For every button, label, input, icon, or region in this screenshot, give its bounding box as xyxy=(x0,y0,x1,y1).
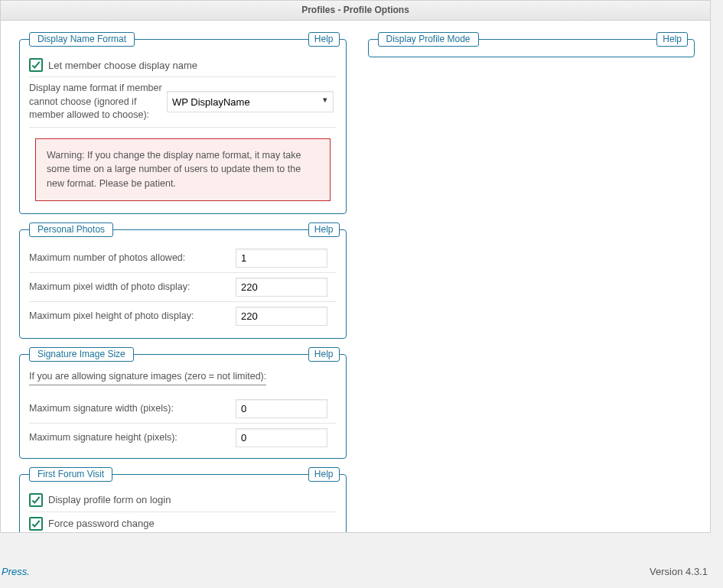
sig-width-input[interactable] xyxy=(236,399,327,418)
max-photos-input[interactable] xyxy=(236,249,327,268)
max-height-row: Maximum pixel height of photo display: xyxy=(29,302,337,330)
panel-display-name-format: Display Name Format Help Let member choo… xyxy=(19,39,347,214)
force-password-change-checkbox[interactable] xyxy=(29,517,43,531)
panel-first-forum-visit: First Forum Visit Help Display profile f… xyxy=(19,474,347,533)
signature-intro: If you are allowing signature images (ze… xyxy=(29,371,266,385)
force-password-change-label: Force password change xyxy=(48,518,155,529)
display-profile-form-checkbox[interactable] xyxy=(29,493,43,507)
page-title: Profiles - Profile Options xyxy=(1,1,710,21)
panel-legend: Signature Image Size xyxy=(29,347,134,362)
panel-signature-image-size: Signature Image Size Help If you are all… xyxy=(19,354,347,459)
panel-display-profile-mode: Display Profile Mode Help xyxy=(368,39,695,57)
max-photos-row: Maximum number of photos allowed: xyxy=(29,244,337,273)
help-button[interactable]: Help xyxy=(656,32,688,47)
max-height-input[interactable] xyxy=(236,307,327,326)
display-profile-form-label: Display profile form on login xyxy=(48,494,171,505)
help-button[interactable]: Help xyxy=(308,467,340,482)
max-height-label: Maximum pixel height of photo display: xyxy=(29,310,236,323)
row-control xyxy=(236,278,337,297)
select-wrap: WP DisplayName xyxy=(167,91,334,112)
row-control xyxy=(236,249,337,268)
display-profile-form-row: Display profile form on login xyxy=(29,489,337,512)
sig-width-row: Maximum signature width (pixels): xyxy=(29,395,337,424)
let-member-choose-checkbox[interactable] xyxy=(29,58,43,72)
max-photos-label: Maximum number of photos allowed: xyxy=(29,252,236,265)
max-width-row: Maximum pixel width of photo display: xyxy=(29,273,337,302)
sig-height-label: Maximum signature height (pixels): xyxy=(29,431,236,445)
press-link[interactable]: Press. xyxy=(2,566,30,577)
page-footer: Press. Version 4.3.1 xyxy=(0,557,723,588)
sig-height-input[interactable] xyxy=(236,428,327,447)
signature-intro-wrap: If you are allowing signature images (ze… xyxy=(29,369,337,395)
display-name-format-control: WP DisplayName xyxy=(167,91,337,112)
display-name-warning: Warning: If you change the display name … xyxy=(35,138,331,201)
panel-legend: Personal Photos xyxy=(29,223,113,237)
let-member-choose-label: Let member choose display name xyxy=(48,60,197,71)
check-icon xyxy=(31,495,41,505)
settings-page: Profiles - Profile Options Display Name … xyxy=(0,0,711,533)
max-width-label: Maximum pixel width of photo display: xyxy=(29,281,236,294)
display-name-format-label: Display name format if member cannot cho… xyxy=(29,82,167,122)
help-button[interactable]: Help xyxy=(308,32,340,47)
force-password-change-row: Force password change xyxy=(29,512,337,533)
max-width-input[interactable] xyxy=(236,278,327,297)
display-name-format-select[interactable]: WP DisplayName xyxy=(167,91,334,112)
help-button[interactable]: Help xyxy=(308,223,340,237)
panel-legend: Display Name Format xyxy=(29,32,135,47)
sig-height-row: Maximum signature height (pixels): xyxy=(29,424,337,452)
row-control xyxy=(236,399,337,418)
columns: Display Name Format Help Let member choo… xyxy=(1,21,710,533)
panel-personal-photos: Personal Photos Help Maximum number of p… xyxy=(19,229,347,339)
column-left: Display Name Format Help Let member choo… xyxy=(19,39,347,533)
check-icon xyxy=(31,60,41,70)
version-text: Version 4.3.1 xyxy=(650,566,708,577)
sig-width-label: Maximum signature width (pixels): xyxy=(29,402,236,416)
panel-legend: First Forum Visit xyxy=(29,467,112,482)
row-control xyxy=(236,307,337,326)
column-right: Display Profile Mode Help xyxy=(368,39,695,533)
display-name-format-row: Display name format if member cannot cho… xyxy=(29,77,337,128)
check-icon xyxy=(31,518,41,529)
help-button[interactable]: Help xyxy=(308,347,340,362)
let-member-choose-row: Let member choose display name xyxy=(29,54,337,77)
panel-legend: Display Profile Mode xyxy=(378,32,479,47)
row-control xyxy=(236,428,337,447)
